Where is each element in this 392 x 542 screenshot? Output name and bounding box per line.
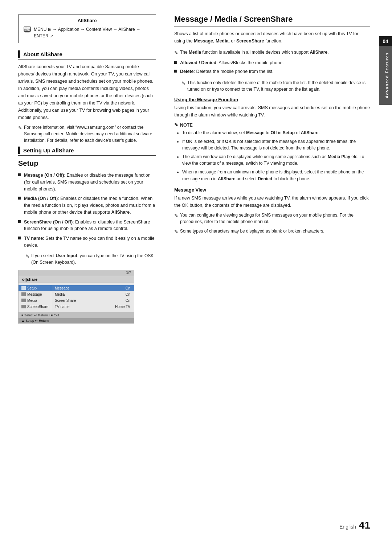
setup-screenshare-label: ScreenShare (On / Off) <box>24 219 73 225</box>
ss-left-setup: Setup <box>19 285 51 291</box>
ss-content: Setup Message Media ScreenShare <box>19 283 134 312</box>
note-label-text: NOTE <box>180 123 193 128</box>
about-allshare-heading: About AllShare <box>18 50 156 59</box>
ss-bottom1: ■ Select ↩ Return +■ Exit <box>19 312 134 318</box>
message-view-note1-text: You can configure the viewing settings f… <box>180 212 370 225</box>
right-allowed-content: Allowed / Denied: Allows/Blocks the mobi… <box>180 59 284 66</box>
ss-title: o||share <box>19 276 134 283</box>
pencil-icon-about: ✎ <box>18 124 22 132</box>
ss-message-key: Message <box>55 286 70 290</box>
bullet-square-media <box>18 197 21 200</box>
ss-screenshare-icon <box>21 305 26 308</box>
setup-media-content: Media (On / Off): Enables or disables th… <box>24 195 156 215</box>
setup-screenshare-content: ScreenShare (On / Off): Enables or disab… <box>24 219 156 233</box>
message-media-heading: Message / Media / ScreenShare <box>174 15 370 26</box>
setup-heading: Setup <box>18 159 156 168</box>
setup-tvname-label: TV name <box>24 236 43 241</box>
ss-topbar: 3/7 <box>19 270 134 276</box>
setting-up-bar <box>18 147 20 154</box>
ss-bottom2: ▲ Setup ↩ Return <box>19 318 134 323</box>
setup-message-label: Message (On / Off) <box>24 173 64 178</box>
ss-left-message: Message <box>19 291 51 297</box>
message-view-note2-text: Some types of characters may be displaye… <box>180 228 324 234</box>
setting-up-heading: Setting Up AllShare <box>18 147 156 156</box>
right-delete-text: : Deletes the mobile phone from the list… <box>194 69 274 74</box>
allshare-box-title: AllShare <box>24 18 151 23</box>
media-note-text: The Media function is available in all m… <box>180 49 329 56</box>
setup-media-label: Media (On / Off) <box>24 196 58 201</box>
ss-right-menu: Message On Media On ScreenShare On TV <box>51 284 134 311</box>
note-item-4: When a message from an unknown mobile ph… <box>182 169 370 182</box>
side-tab: 04 Advanced Features <box>379 36 392 105</box>
media-note: ✎ The Media function is available in all… <box>174 49 370 57</box>
allshare-box-content: MENU MENU ⊞ → Application → Content View… <box>24 26 151 39</box>
ss-bottom1-text: ■ Select ↩ Return +■ Exit <box>21 313 59 317</box>
bullet-square-ss <box>18 220 21 223</box>
ss-screenshare-val: On <box>126 299 130 303</box>
ss-media-key: Media <box>55 292 65 296</box>
bullet-square <box>18 173 21 176</box>
ss-setup-icon <box>21 286 26 290</box>
ss-tvname-key: TV name <box>55 305 70 309</box>
about-allshare-note-text: For more information, visit “www.samsung… <box>24 124 156 144</box>
screenshot-area: 3/7 o||share Setup Message <box>18 270 134 324</box>
tv-name-subnote: ✎ If you select User Input, you can type… <box>25 252 156 266</box>
note-label: ✎ NOTE <box>174 122 370 128</box>
using-message-heading: Using the Message Function <box>174 97 370 102</box>
setup-bullet-screenshare: ScreenShare (On / Off): Enables or disab… <box>18 219 156 233</box>
delete-note-text: This function only deletes the name of t… <box>187 79 370 93</box>
pencil-icon-mv2: ✎ <box>174 228 178 235</box>
chapter-number: 04 <box>379 36 392 46</box>
page-container: 04 Advanced Features AllShare MENU <box>0 0 392 542</box>
footer-english-label: English <box>339 524 356 530</box>
ss-setup-label: Setup <box>27 286 37 290</box>
ss-row-message: Message On <box>51 285 134 291</box>
ss-row-tvname: TV name Home TV <box>51 304 134 310</box>
svg-rect-1 <box>25 32 30 32</box>
ss-media-label: Media <box>27 299 37 303</box>
setup-bullet-tvname: TV name: Sets the TV name so you can fin… <box>18 235 156 249</box>
ss-media-icon <box>21 299 26 302</box>
setup-tvname-text: : Sets the TV name so you can find it ea… <box>24 236 155 248</box>
about-allshare-body: AllShare connects your TV and compatible… <box>18 63 156 121</box>
pencil-icon-tvname: ✎ <box>25 253 29 260</box>
about-allshare-note: ✎ For more information, visit “www.samsu… <box>18 124 156 144</box>
right-delete-label: Delete <box>180 69 194 74</box>
ss-bottom2-text: ▲ Setup ↩ Return <box>21 319 49 323</box>
ss-message-icon <box>21 292 26 296</box>
setup-bullet-media: Media (On / Off): Enables or disables th… <box>18 195 156 215</box>
right-allowed-text: : Allows/Blocks the mobile phone. <box>216 60 284 65</box>
note-item-3: The alarm window can be displayed while … <box>182 153 370 167</box>
right-bullet-delete: Delete: Deletes the mobile phone from th… <box>174 68 370 75</box>
ss-left-media: Media <box>19 297 51 304</box>
tv-name-note-text: If you select User Input, you can type o… <box>31 252 156 266</box>
left-column: AllShare MENU MENU ⊞ → Application → Con… <box>0 15 167 508</box>
note-item-2: If OK is selected, or if OK is not selec… <box>182 138 370 152</box>
chapter-label: Advanced Features <box>379 46 392 105</box>
bullet-sq-delete <box>174 70 177 73</box>
bullet-square-tv <box>18 237 21 239</box>
setting-up-title: Setting Up AllShare <box>23 147 74 153</box>
message-view-note1: ✎ You can configure the viewing settings… <box>174 212 370 225</box>
allshare-menu-path: MENU ⊞ → Application → Content View → Al… <box>34 26 151 39</box>
right-allowed-label: Allowed / Denied <box>180 60 216 65</box>
svg-rect-2 <box>25 28 27 28</box>
ss-left-screenshare: ScreenShare <box>19 304 51 310</box>
using-message-body: Using this function, you view call arriv… <box>174 104 370 119</box>
pencil-icon-mv1: ✎ <box>174 212 178 219</box>
delete-subnote: ✎ This function only deletes the name of… <box>181 79 370 93</box>
right-bullet-allowed: Allowed / Denied: Allows/Blocks the mobi… <box>174 59 370 66</box>
ss-message-label: Message <box>27 292 42 296</box>
ss-message-val: On <box>126 286 130 290</box>
ss-page-number: 3/7 <box>126 271 131 275</box>
right-column: Message / Media / ScreenShare Shows a li… <box>167 15 392 508</box>
allshare-box: AllShare MENU MENU ⊞ → Application → Con… <box>18 15 156 43</box>
ss-screenshare-key: ScreenShare <box>55 299 76 303</box>
ss-screenshare-label: ScreenShare <box>27 305 48 309</box>
menu-icon: MENU <box>24 26 32 34</box>
ss-left-menu: Setup Message Media ScreenShare <box>19 284 51 311</box>
message-view-body: If a new SMS message arrives while you a… <box>174 194 370 209</box>
setup-message-content: Message (On / Off): Enables or disables … <box>24 172 156 192</box>
note-item-1: To disable the alarm window, set Message… <box>182 130 370 136</box>
note-items-list: To disable the alarm window, set Message… <box>174 130 370 182</box>
